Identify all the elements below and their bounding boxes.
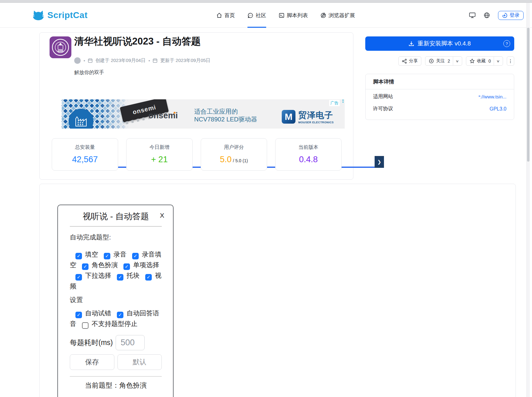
script-meta: • 创建于 2023年09月04日 • 更新于 2023年09月05日	[74, 57, 210, 64]
star-icon	[470, 59, 475, 64]
download-icon	[409, 41, 414, 46]
install-label: 重新安装脚本 v0.4.8	[417, 40, 471, 48]
script-title: 清华社视听说2023 - 自动答题	[74, 35, 201, 48]
stats-row: 总安装量 42,567 今日新增 + 21 用户评分 5.0/ 5.0 (1) …	[52, 138, 342, 171]
checkbox-checked[interactable]: ✓	[132, 253, 139, 259]
calendar-icon	[153, 58, 157, 63]
default-button[interactable]: 默认	[117, 354, 162, 370]
more-options-button[interactable]: ⋮	[507, 56, 514, 66]
time-per-question-input[interactable]	[116, 335, 145, 350]
nav-item-community[interactable]: 社区	[247, 3, 266, 28]
nav-item-browser-extension[interactable]: 浏览器扩展	[320, 3, 355, 28]
stat-value: 42,567	[72, 155, 98, 164]
checkbox-checked[interactable]: ✓	[123, 263, 130, 270]
reinstall-script-button[interactable]: 重新安装脚本 v0.4.8 ?	[365, 36, 514, 51]
rating-suffix: / 5.0 (1)	[233, 158, 248, 163]
favorite-button[interactable]: 收藏 0 ∨	[466, 56, 503, 66]
login-button[interactable]: 登录	[498, 11, 524, 20]
checkbox-unchecked[interactable]: ✓	[82, 322, 89, 329]
dialog-title: 视听说 - 自动答题	[83, 212, 149, 221]
community-icon	[247, 12, 253, 18]
nav-label: 首页	[224, 12, 235, 19]
stat-value: + 21	[151, 155, 168, 164]
watch-icon	[429, 59, 434, 64]
author-avatar[interactable]	[74, 57, 81, 64]
close-icon[interactable]: X	[160, 212, 164, 219]
calendar-icon	[88, 58, 93, 63]
updated-date: 更新于 2023年09月05日	[160, 58, 210, 64]
question-type-checkboxes: ✓填空✓录音✓录音填空✓角色扮演✓单项选择✓下拉选择✓托块✓视频	[70, 249, 162, 291]
mouser-logo: M 贸泽电子 MOUSER ELECTRONICS	[282, 110, 334, 124]
checkbox-checked[interactable]: ✓	[117, 312, 123, 318]
ad-banner[interactable]: onsemi onsemi 适合工业应用的 NCV78902 LED驱动器 M …	[62, 99, 345, 129]
details-row-license: 许可协议 GPL3.0	[366, 102, 514, 114]
checkbox-checked[interactable]: ✓	[104, 253, 110, 259]
checkbox-checked[interactable]: ✓	[75, 274, 82, 281]
svg-text:PRESS: PRESS	[58, 50, 63, 52]
chevron-down-icon[interactable]: ∨	[455, 59, 459, 63]
nav-label: 脚本列表	[287, 12, 308, 19]
settings-section-label: 设置	[70, 295, 162, 304]
ad-options-icon[interactable]: ⋮	[341, 100, 345, 102]
settings-checkboxes: ✓自动试错✓自动回答语音✓不支持题型停止	[70, 308, 162, 329]
follow-button[interactable]: 关注 2 ∨	[425, 56, 462, 66]
script-readme-card: 视听说 - 自动答题 X 自动完成题型: ✓填空✓录音✓录音填空✓角色扮演✓单项…	[39, 184, 516, 397]
nav-item-script-list[interactable]: 脚本列表	[279, 3, 308, 28]
follow-count: 2	[448, 59, 450, 64]
checkbox-checked[interactable]: ✓	[145, 274, 152, 281]
main-nav: 首页 社区 脚本列表 浏览器扩展	[216, 3, 355, 28]
script-details-card: 脚本详情 适用网站 *://www.tsin... 许可协议 GPL3.0	[365, 74, 514, 120]
current-question-type: 当前题型：角色扮演	[70, 381, 162, 390]
brand-logo[interactable]: ScriptCat	[33, 3, 88, 28]
favorite-count: 0	[488, 59, 491, 64]
share-icon	[402, 59, 407, 64]
language-globe-icon[interactable]	[484, 12, 490, 18]
onsemi-logo: onsemi	[148, 111, 178, 121]
stat-value: 0.4.8	[299, 155, 318, 164]
types-section-label: 自动完成题型:	[70, 233, 162, 242]
display-mode-icon[interactable]	[469, 12, 476, 18]
divider	[70, 226, 162, 227]
header-right: 登录	[469, 3, 524, 28]
stat-today-new: 今日新增 + 21	[126, 138, 193, 171]
home-icon	[216, 12, 222, 18]
license-link[interactable]: GPL3.0	[490, 106, 506, 112]
details-title: 脚本详情	[366, 74, 514, 89]
chevron-down-icon[interactable]: ∨	[496, 59, 500, 63]
window-top-edge	[0, 0, 532, 3]
stat-total-installs: 总安装量 42,567	[52, 138, 118, 171]
brand-name: ScriptCat	[47, 10, 88, 20]
script-summary-card: PRESS 清华社视听说2023 - 自动答题 • 创建于 2023年09月04…	[39, 32, 353, 180]
nav-label: 社区	[256, 12, 266, 19]
divider	[70, 376, 162, 377]
nav-item-home[interactable]: 首页	[216, 3, 235, 28]
script-logo: PRESS	[50, 36, 71, 58]
help-icon[interactable]: ?	[503, 40, 510, 47]
checkbox-checked[interactable]: ✓	[82, 263, 89, 270]
header: ScriptCat 首页 社区 脚本列表 浏览器扩展	[0, 3, 532, 28]
ad-badge[interactable]: 广告	[329, 100, 340, 106]
login-icon	[502, 13, 507, 18]
script-description: 解放你的双手	[74, 69, 104, 76]
kebab-menu-icon: ⋮	[508, 59, 513, 64]
scriptcat-cat-icon	[33, 10, 44, 21]
browser-extension-icon	[320, 12, 326, 18]
share-button[interactable]: 分享	[398, 56, 421, 66]
checkbox-checked[interactable]: ✓	[75, 312, 82, 318]
details-row-sites: 适用网站 *://www.tsin...	[366, 89, 514, 102]
login-label: 登录	[510, 12, 520, 19]
checkbox-checked[interactable]: ✓	[117, 274, 123, 281]
ad-next-button[interactable]: ❯	[375, 156, 384, 168]
stat-user-rating: 用户评分 5.0/ 5.0 (1)	[201, 138, 267, 171]
scrollbar-thumb[interactable]	[527, 28, 530, 162]
page-scrollbar[interactable]	[526, 3, 530, 397]
script-actions: 分享 关注 2 ∨ 收藏 0 ∨ ⋮	[365, 56, 514, 66]
nav-label: 浏览器扩展	[328, 12, 355, 19]
stat-current-version: 当前版本 0.4.8	[275, 138, 342, 171]
stat-value: 5.0/ 5.0 (1)	[220, 155, 248, 164]
settings-dialog-screenshot: 视听说 - 自动答题 X 自动完成题型: ✓填空✓录音✓录音填空✓角色扮演✓单项…	[57, 205, 174, 397]
script-list-icon	[279, 12, 285, 18]
checkbox-checked[interactable]: ✓	[75, 253, 82, 259]
applicable-site-link[interactable]: *://www.tsin...	[478, 94, 506, 99]
save-button[interactable]: 保存	[70, 354, 114, 370]
